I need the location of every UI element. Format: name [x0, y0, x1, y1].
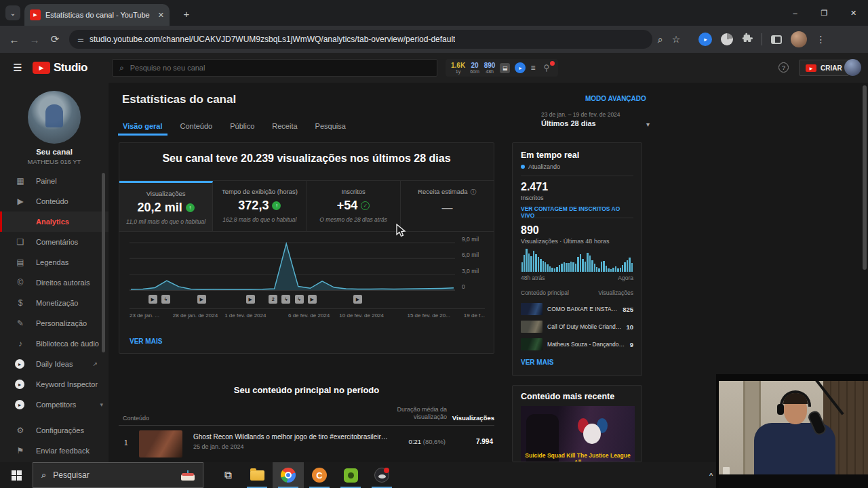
browser-profile-avatar[interactable]	[791, 31, 807, 47]
side-panel-icon[interactable]	[771, 35, 782, 44]
ytick-label: 3,0 mil	[462, 268, 492, 274]
task-view-icon[interactable]: ⧉	[214, 462, 241, 488]
extensions-puzzle-icon[interactable]	[742, 33, 753, 46]
tab-pesquisa[interactable]: Pesquisa	[307, 118, 355, 136]
webcam-scene	[719, 381, 868, 488]
reload-icon[interactable]: ⟳	[45, 33, 65, 45]
kebab-menu-icon[interactable]: ⋮	[816, 34, 825, 45]
stat-watchtime[interactable]: Tempo de exibição (horas) 372,3↑ 162,8 m…	[213, 181, 307, 231]
list-item[interactable]: Matheus Souza - Dançando F...9	[521, 336, 633, 353]
browser-tab[interactable]: ▶ Estatísticas do canal - YouTube ✕	[24, 4, 170, 26]
recent-content-card: Conteúdo mais recente Suicide Squad Kill…	[512, 385, 642, 462]
ext-play-icon[interactable]: ▸	[515, 62, 526, 73]
tab-receita[interactable]: Receita	[263, 118, 306, 136]
bookmark-star-icon[interactable]: ☆	[672, 34, 681, 45]
sidebar-item-feedback[interactable]: ⚑Enviar feedback	[0, 441, 108, 461]
toolbar-actions: ⌕ ☆ ▸ ⋮	[658, 31, 825, 47]
hamburger-menu-icon[interactable]: ☰	[9, 62, 26, 74]
video-marker-icon[interactable]: ▶	[246, 295, 255, 304]
channel-avatar[interactable]	[28, 91, 81, 144]
site-settings-icon[interactable]: ⚌	[77, 35, 84, 44]
live-count-link[interactable]: VER CONTAGEM DE INSCRITOS AO VIVO	[521, 205, 633, 219]
sidebar-item-competitors[interactable]: ▸Competitors▾	[0, 394, 108, 415]
date-range-selector[interactable]: 23 de jan. – 19 de fev. de 2024 Últimos …	[541, 111, 643, 127]
video-marker-icon[interactable]: ▶	[149, 295, 157, 304]
video-marker-icon[interactable]: 2	[269, 295, 277, 304]
studio-logo[interactable]: ▶ Studio	[33, 61, 87, 75]
sidebar-item-analytics[interactable]: Analytics	[0, 211, 108, 232]
chrome-icon[interactable]	[273, 462, 304, 488]
table-row[interactable]: 1 Ghost Recon Wildlands o melhor jogo de…	[119, 427, 494, 461]
sidebar-item-biblioteca[interactable]: ♪Biblioteca de áudio	[0, 333, 108, 354]
sidebar-item-painel[interactable]: ▦Painel	[0, 171, 108, 191]
see-more-link[interactable]: VER MAIS	[521, 359, 633, 366]
collapse-chevron-icon[interactable]: ▾	[100, 401, 103, 408]
ext-menu-icon[interactable]: ≡	[530, 63, 535, 73]
sidebar-item-conteudo[interactable]: ▶Conteúdo	[0, 191, 108, 211]
sidebar-scrollbar[interactable]	[102, 173, 105, 352]
tab-search-button[interactable]: ⌄	[5, 5, 20, 20]
stat-views[interactable]: Visualizações 20,2 mil↑ 11,0 mil mais do…	[119, 181, 213, 231]
help-icon[interactable]: ?	[778, 62, 789, 73]
list-item[interactable]: COMO BAIXAR E INSTALAR...825	[521, 300, 633, 318]
sidebar-item-personalizacao[interactable]: ✎Personalização	[0, 313, 108, 333]
back-icon[interactable]: ←	[4, 34, 24, 45]
video-marker-icon[interactable]: ϟ	[295, 295, 304, 304]
extension-gray-icon[interactable]	[721, 33, 733, 45]
list-item[interactable]: Call Of Duty Mobile Criando ...10	[521, 318, 633, 336]
url-bar[interactable]: ⚌ studio.youtube.com/channel/UCAKVJD7WUM…	[69, 30, 652, 49]
tab-visao-geral[interactable]: Visão geral	[114, 118, 172, 136]
youtube-favicon-icon: ▶	[30, 9, 41, 20]
video-marker-icon[interactable]: ϟ	[161, 295, 170, 304]
capcut-icon[interactable]: C	[304, 462, 335, 488]
tab-close-icon[interactable]: ✕	[158, 11, 164, 20]
page-scrollbar[interactable]	[863, 85, 867, 270]
sidebar-item-keyword-inspector[interactable]: ▸Keyword Inspector	[0, 374, 108, 394]
new-tab-button[interactable]: +	[179, 6, 194, 21]
sidebar-item-monetizacao[interactable]: $Monetização	[0, 293, 108, 313]
search-icon[interactable]: ⌕	[658, 34, 663, 45]
screen-recorder-icon[interactable]	[335, 462, 366, 488]
tab-title: Estatísticas do canal - YouTube	[45, 11, 153, 19]
recent-video-thumbnail[interactable]: Suicide Squad Kill The Justice League Al…	[521, 406, 635, 462]
stat-subscribers[interactable]: Inscritos +54✓ O mesmo de 28 dias atrás	[307, 181, 401, 231]
video-marker-icon[interactable]: ▶	[353, 295, 362, 304]
video-marker-icon[interactable]: ▶	[197, 295, 206, 304]
sidebar-item-legendas[interactable]: ▤Legendas	[0, 252, 108, 272]
advanced-mode-link[interactable]: MODO AVANÇADO	[585, 95, 646, 102]
extension-stats-widget[interactable]: 1.6K 1y 20 60m 890 48h ⬓ ▸ ≡ ⚲	[446, 59, 558, 77]
create-button[interactable]: ▶ CRIAR	[799, 60, 849, 76]
video-thumbnail[interactable]	[139, 430, 182, 458]
views-48h-bar-chart	[521, 249, 633, 272]
video-marker-row: ▶ϟ▶▶2ϟϟ▶▶	[130, 295, 455, 305]
video-marker-icon[interactable]: ▶	[308, 295, 317, 304]
video-thumbnail	[521, 321, 542, 333]
tab-publico[interactable]: Público	[221, 118, 263, 136]
minimize-button[interactable]: –	[781, 0, 810, 26]
start-button[interactable]	[0, 462, 33, 488]
see-more-link[interactable]: VER MAIS	[130, 338, 162, 345]
sidebar-item-direitos[interactable]: ©Direitos autorais	[0, 272, 108, 293]
studio-profile-avatar[interactable]	[844, 59, 861, 76]
ext-notification-icon[interactable]: ⚲	[543, 63, 553, 73]
file-explorer-icon[interactable]	[241, 462, 273, 488]
taskbar-search[interactable]: ⌕ Pesquisar	[33, 462, 203, 488]
tab-conteudo[interactable]: Conteúdo	[172, 118, 222, 136]
ext-download-icon[interactable]: ⬓	[500, 63, 510, 73]
table-divider	[119, 425, 494, 426]
video-marker-icon[interactable]: ϟ	[281, 295, 290, 304]
sidebar-item-daily-ideas[interactable]: ▸Daily Ideas↗	[0, 354, 108, 374]
obs-icon[interactable]	[366, 462, 397, 488]
stat-revenue[interactable]: Receita estimadaⓘ —	[401, 181, 494, 231]
close-button[interactable]: ✕	[839, 0, 868, 26]
sidebar-item-configuracoes[interactable]: ⚙Configurações	[0, 420, 108, 441]
extension-blue-icon[interactable]: ▸	[698, 33, 712, 46]
tray-chevron-icon[interactable]: ^	[709, 472, 713, 480]
realtime-status: Atualizando	[521, 163, 633, 170]
sidebar-item-comentarios[interactable]: ❏Comentários	[0, 232, 108, 252]
subtitles-icon: ▤	[15, 258, 26, 267]
forward-icon[interactable]: →	[24, 34, 45, 45]
restore-button[interactable]: ❐	[810, 0, 839, 26]
channel-search-input[interactable]: ⌕ Pesquise no seu canal	[112, 59, 437, 77]
date-period: Últimos 28 dias	[541, 119, 643, 127]
